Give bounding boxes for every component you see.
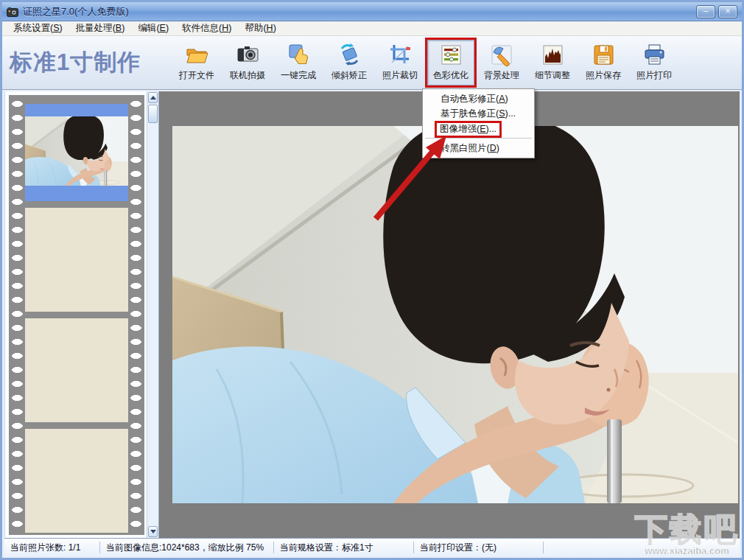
print-photo-button[interactable]: 照片打印 bbox=[631, 40, 678, 85]
filmstrip-sidebar bbox=[4, 91, 159, 538]
menu-help[interactable]: 帮助(H) bbox=[238, 21, 282, 36]
minimize-button[interactable]: – bbox=[696, 5, 715, 18]
status-print-setting: 当前打印设置：(无) bbox=[414, 542, 544, 553]
scroll-down-button[interactable] bbox=[148, 526, 158, 537]
status-image-info: 当前图像信息:1024*683，缩放比例 75% bbox=[100, 542, 274, 553]
histogram-icon bbox=[541, 43, 565, 67]
filmstrip-frame-empty bbox=[25, 429, 128, 533]
filmstrip-frame-empty bbox=[25, 208, 128, 312]
photo-thumbnail bbox=[25, 116, 128, 186]
chevron-up-icon bbox=[150, 96, 156, 99]
printer-icon bbox=[642, 43, 667, 67]
color-optimize-dropdown: 自动色彩修正(A) 基于肤色修正(S)... 图像增强(E)... 转黑白照片(… bbox=[422, 88, 535, 158]
current-photo bbox=[172, 126, 738, 503]
camera-capture-button[interactable]: 联机拍摄 bbox=[224, 40, 271, 85]
one-click-icon bbox=[287, 43, 311, 67]
chevron-down-icon bbox=[150, 530, 156, 533]
tilt-correct-button[interactable]: 倾斜矫正 bbox=[326, 40, 373, 85]
app-camera-icon bbox=[7, 7, 18, 17]
detail-adjust-button[interactable]: 细节调整 bbox=[529, 40, 576, 85]
menu-bar: 系统设置(S) 批量处理(B) 编辑(E) 软件信息(H) 帮助(H) bbox=[2, 21, 742, 36]
filmstrip-scrollbar[interactable] bbox=[147, 91, 158, 538]
menu-batch-process[interactable]: 批量处理(B) bbox=[69, 21, 132, 36]
color-sliders-icon bbox=[439, 43, 463, 67]
camera-icon bbox=[236, 43, 260, 67]
window-title: 证照之星7.0(个人免费版) bbox=[23, 5, 693, 18]
mode-title: 标准1寸制作 bbox=[10, 47, 166, 78]
save-photo-button[interactable]: 照片保存 bbox=[580, 40, 627, 85]
tilt-correct-icon bbox=[337, 43, 362, 67]
status-photo-count: 当前照片张数: 1/1 bbox=[4, 542, 100, 553]
background-process-button[interactable]: 背景处理 bbox=[478, 40, 525, 85]
filmstrip-frame-current[interactable] bbox=[25, 104, 128, 201]
menu-item-image-enhance[interactable]: 图像增强(E)... bbox=[423, 121, 534, 136]
one-click-finish-button[interactable]: 一键完成 bbox=[275, 40, 322, 85]
menu-edit[interactable]: 编辑(E) bbox=[131, 21, 175, 36]
toolbar-buttons: 打开文件 联机拍摄 一键完成 bbox=[173, 40, 678, 85]
filmstrip bbox=[9, 95, 144, 535]
brush-icon bbox=[490, 43, 514, 67]
scrollbar-thumb[interactable] bbox=[148, 105, 158, 123]
crop-photo-button[interactable]: 照片裁切 bbox=[376, 40, 424, 85]
crop-icon bbox=[388, 43, 413, 67]
app-window: 证照之星7.0(个人免费版) – × 系统设置(S) 批量处理(B) 编辑(E)… bbox=[0, 0, 744, 560]
menu-item-skin-tone-correct[interactable]: 基于肤色修正(S)... bbox=[423, 106, 534, 121]
menu-item-auto-color-correct[interactable]: 自动色彩修正(A) bbox=[423, 91, 534, 106]
menu-system-settings[interactable]: 系统设置(S) bbox=[7, 21, 69, 36]
film-sprocket-holes-left bbox=[11, 97, 24, 535]
image-enhance-highlight-box: 图像增强(E)... bbox=[435, 121, 502, 138]
title-bar: 证照之星7.0(个人免费版) – × bbox=[2, 2, 742, 21]
content-area bbox=[4, 91, 740, 538]
open-folder-icon bbox=[185, 43, 209, 67]
color-optimize-button[interactable]: 色彩优化 bbox=[427, 40, 474, 85]
menu-separator bbox=[425, 138, 532, 139]
status-spec-setting: 当前规格设置：标准1寸 bbox=[274, 542, 414, 553]
film-sprocket-holes-right bbox=[130, 97, 142, 535]
filmstrip-frame-empty bbox=[25, 318, 128, 422]
menu-item-convert-bw[interactable]: 转黑白照片(D) bbox=[423, 141, 534, 155]
save-icon bbox=[592, 43, 616, 67]
status-bar: 当前照片张数: 1/1 当前图像信息:1024*683，缩放比例 75% 当前规… bbox=[4, 538, 740, 556]
scroll-up-button[interactable] bbox=[148, 92, 158, 103]
close-button[interactable]: × bbox=[718, 5, 737, 18]
open-file-button[interactable]: 打开文件 bbox=[173, 40, 220, 85]
toolbar: 标准1寸制作 打开文件 联机拍摄 bbox=[2, 36, 742, 90]
menu-software-info[interactable]: 软件信息(H) bbox=[175, 21, 238, 36]
